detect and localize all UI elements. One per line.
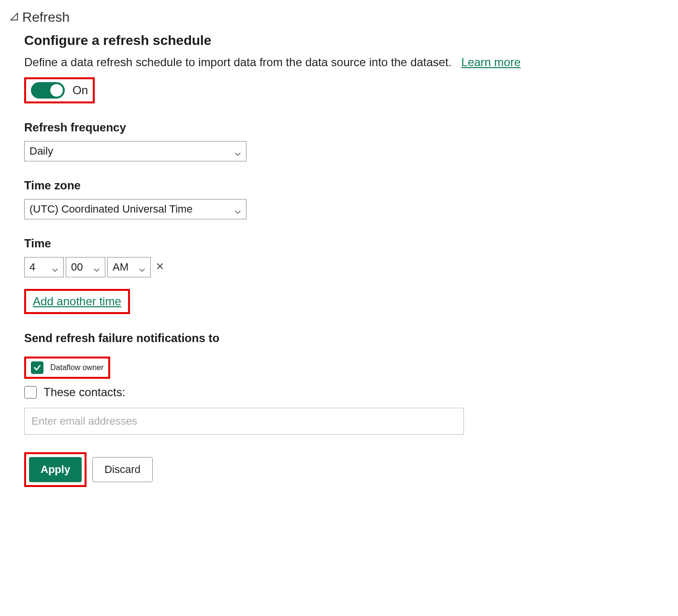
time-ampm-select[interactable]: AM [107,257,151,277]
description-text: Define a data refresh schedule to import… [24,56,452,69]
chevron-down-icon [93,264,100,271]
add-time-highlight: Add another time [24,289,130,314]
refresh-section-body: Configure a refresh schedule Define a da… [10,33,668,487]
timezone-value: (UTC) Coordinated Universal Time [29,203,192,215]
section-title: Refresh [22,10,70,25]
apply-button[interactable]: Apply [29,457,82,482]
owner-checkbox-highlight: Dataflow owner [24,357,110,379]
toggle-highlight: On [24,77,95,103]
time-label: Time [24,237,668,250]
learn-more-link[interactable]: Learn more [462,56,521,69]
dataflow-owner-checkbox[interactable] [31,361,43,374]
time-minute-value: 00 [71,261,83,273]
button-row: Apply Discard [24,452,668,487]
timezone-select[interactable]: (UTC) Coordinated Universal Time [24,199,246,219]
refresh-section-header[interactable]: Refresh [10,10,668,25]
chevron-down-icon [234,206,241,213]
contacts-checkbox-row: These contacts: [24,386,668,399]
chevron-down-icon [139,264,145,271]
frequency-value: Daily [29,145,53,158]
frequency-select[interactable]: Daily [24,141,246,161]
add-another-time-link[interactable]: Add another time [33,295,121,308]
chevron-down-icon [52,264,58,271]
time-hour-select[interactable]: 4 [24,257,64,277]
time-ampm-value: AM [113,261,129,273]
time-hour-value: 4 [29,261,35,273]
these-contacts-label: These contacts: [43,386,125,399]
toggle-knob-icon [50,84,63,97]
these-contacts-checkbox[interactable] [24,386,37,399]
time-row: 4 00 AM [24,257,668,277]
dataflow-owner-label: Dataflow owner [50,363,103,372]
frequency-label: Refresh frequency [24,121,668,134]
collapse-triangle-icon [10,10,19,25]
notifications-label: Send refresh failure notifications to [24,331,668,345]
configure-subtitle: Configure a refresh schedule [24,33,668,48]
remove-time-button[interactable] [153,261,167,273]
schedule-toggle[interactable] [31,82,65,99]
discard-button[interactable]: Discard [92,457,153,482]
contacts-email-input[interactable] [24,408,464,435]
timezone-label: Time zone [24,179,668,192]
description-row: Define a data refresh schedule to import… [24,54,668,71]
apply-highlight: Apply [24,452,87,487]
time-minute-select[interactable]: 00 [66,257,105,277]
chevron-down-icon [234,148,241,155]
toggle-state-label: On [72,84,88,97]
